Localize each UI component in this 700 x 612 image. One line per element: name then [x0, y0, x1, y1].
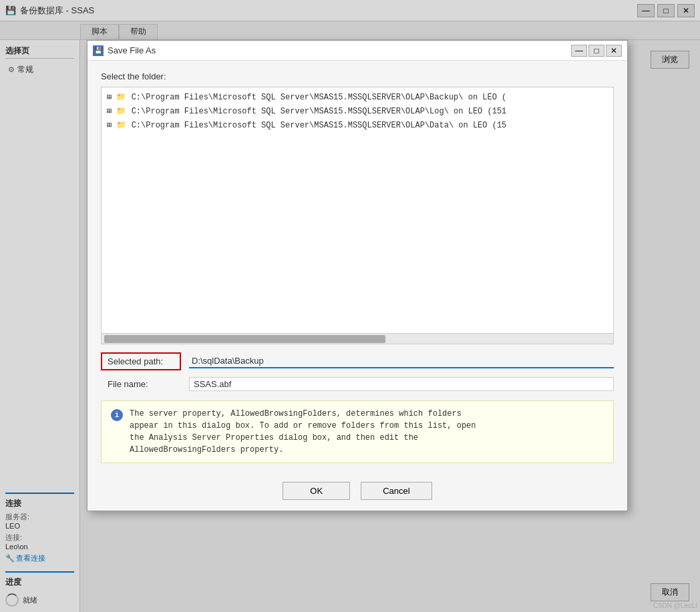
- tree-item-1-text: ⊞ 📁 C:\Program Files\Microsoft SQL Serve…: [107, 106, 506, 116]
- info-text: The server property, AllowedBrowsingFold…: [130, 408, 476, 456]
- tree-item-2[interactable]: ⊞ 📁 C:\Program Files\Microsoft SQL Serve…: [104, 118, 610, 132]
- selected-path-label: Selected path:: [101, 352, 181, 370]
- info-box: i The server property, AllowedBrowsingFo…: [101, 400, 614, 463]
- tree-item-0[interactable]: ⊞ 📁 C:\Program Files\Microsoft SQL Serve…: [104, 90, 610, 104]
- dialog-titlebar: 💾 Save File As — □ ✕: [88, 41, 627, 61]
- filename-row: File name:: [101, 377, 614, 391]
- dialog-maximize-button[interactable]: □: [588, 45, 604, 57]
- dialog-ok-button[interactable]: OK: [283, 482, 350, 500]
- selected-path-input[interactable]: [189, 354, 614, 368]
- dialog-content: Select the folder: ⊞ 📁 C:\Program Files\…: [88, 61, 627, 474]
- dialog-titlebar-right: — □ ✕: [571, 45, 622, 57]
- file-name-input[interactable]: [189, 377, 614, 391]
- horizontal-scrollbar[interactable]: [101, 334, 614, 344]
- folder-label: Select the folder:: [101, 71, 614, 81]
- info-icon: i: [111, 409, 123, 421]
- tree-item-2-text: ⊞ 📁 C:\Program Files\Microsoft SQL Serve…: [107, 120, 506, 130]
- scrollbar-thumb: [104, 335, 385, 343]
- main-window: 💾 备份数据库 - SSAS — □ ✕ 脚本 帮助 选择页 ⚙ 常规 连接 服…: [0, 0, 700, 612]
- file-name-label: File name:: [101, 379, 181, 389]
- save-file-dialog: 💾 Save File As — □ ✕ Select the folder: …: [87, 40, 628, 511]
- dialog-minimize-button[interactable]: —: [571, 45, 587, 57]
- dialog-titlebar-left: 💾 Save File As: [93, 45, 156, 56]
- watermark: CSDN @LeoLI: [653, 602, 697, 609]
- dialog-close-button[interactable]: ✕: [606, 45, 622, 57]
- dialog-title-text: Save File As: [108, 45, 156, 55]
- dialog-footer: OK Cancel: [88, 474, 627, 511]
- folder-tree[interactable]: ⊞ 📁 C:\Program Files\Microsoft SQL Serve…: [101, 87, 614, 334]
- path-row: Selected path:: [101, 352, 614, 370]
- dialog-cancel-button[interactable]: Cancel: [361, 482, 431, 500]
- dialog-title-icon: 💾: [93, 45, 104, 56]
- tree-item-0-text: ⊞ 📁 C:\Program Files\Microsoft SQL Serve…: [107, 92, 506, 102]
- tree-item-1[interactable]: ⊞ 📁 C:\Program Files\Microsoft SQL Serve…: [104, 104, 610, 118]
